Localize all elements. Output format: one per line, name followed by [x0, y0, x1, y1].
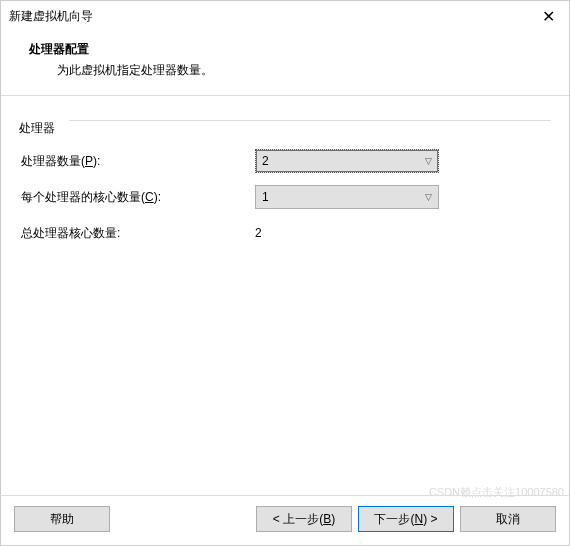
row-cores-per-processor: 每个处理器的核心数量(C): 1 ▽ — [19, 185, 551, 209]
chevron-down-icon: ▽ — [425, 156, 432, 166]
select-processor-count[interactable]: 2 ▽ — [255, 149, 439, 173]
back-button[interactable]: < 上一步(B) — [256, 506, 352, 532]
wizard-header: 处理器配置 为此虚拟机指定处理器数量。 — [1, 31, 569, 95]
close-icon[interactable]: ✕ — [538, 7, 559, 26]
label-processor-count: 处理器数量(P): — [19, 153, 255, 170]
page-subtitle: 为此虚拟机指定处理器数量。 — [29, 62, 549, 79]
window-title: 新建虚拟机向导 — [9, 8, 93, 25]
processor-group: 处理器 处理器数量(P): 2 ▽ 每个处理器的核心数量(C): 1 ▽ 总处理… — [19, 112, 551, 245]
row-total-cores: 总处理器核心数量: 2 — [19, 221, 551, 245]
next-button[interactable]: 下一步(N) > — [358, 506, 454, 532]
help-button[interactable]: 帮助 — [14, 506, 110, 532]
label-cores-per-processor: 每个处理器的核心数量(C): — [19, 189, 255, 206]
footer: 帮助 < 上一步(B) 下一步(N) > 取消 — [0, 495, 570, 546]
label-total-cores: 总处理器核心数量: — [19, 225, 255, 242]
page-title: 处理器配置 — [29, 41, 549, 58]
cancel-button[interactable]: 取消 — [460, 506, 556, 532]
content-area: 处理器 处理器数量(P): 2 ▽ 每个处理器的核心数量(C): 1 ▽ 总处理… — [1, 96, 569, 267]
titlebar: 新建虚拟机向导 ✕ — [1, 1, 569, 31]
group-legend: 处理器 — [19, 120, 59, 137]
chevron-down-icon: ▽ — [425, 192, 432, 202]
value-total-cores: 2 — [255, 226, 262, 240]
row-processor-count: 处理器数量(P): 2 ▽ — [19, 149, 551, 173]
select-processor-count-value: 2 — [262, 154, 269, 168]
select-cores-per-processor[interactable]: 1 ▽ — [255, 185, 439, 209]
select-cores-per-value: 1 — [262, 190, 269, 204]
